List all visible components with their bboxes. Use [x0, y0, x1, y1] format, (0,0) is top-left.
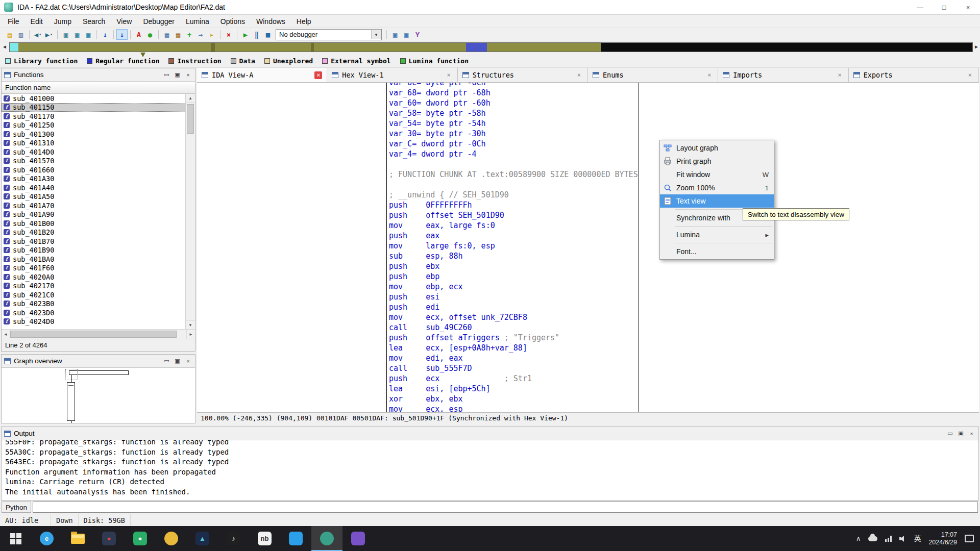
graph-overview-canvas[interactable]: [2, 368, 195, 423]
menu-item-search[interactable]: Search: [77, 15, 111, 28]
context-menu-item-fit-window[interactable]: Fit windowW: [660, 168, 774, 181]
function-list-item[interactable]: fsub_401570: [2, 157, 185, 166]
function-list-item[interactable]: fsub_401B90: [2, 246, 185, 255]
rename-icon[interactable]: A: [133, 29, 144, 40]
jump-segment-icon[interactable]: ▣: [83, 29, 94, 40]
forward-icon[interactable]: ▶▾: [43, 29, 55, 40]
function-list-item[interactable]: fsub_401A70: [2, 201, 185, 210]
taskbar-clock[interactable]: 17:07 2024/6/29: [928, 531, 957, 546]
panel-float-button[interactable]: ▣: [173, 357, 182, 365]
taskbar-app-explorer[interactable]: [62, 526, 93, 551]
jump-name-icon[interactable]: ▣: [71, 29, 83, 40]
tab-imports[interactable]: Imports×: [718, 68, 848, 82]
output-log[interactable]: 555F0F: propagate_stkargs: function is a…: [2, 440, 978, 500]
graph-overview-viewport-rect[interactable]: [65, 369, 78, 380]
taskbar-app-music-app[interactable]: ♪: [218, 526, 249, 551]
tab-close-icon[interactable]: ×: [314, 71, 322, 79]
open-file-icon[interactable]: ▤: [4, 29, 15, 40]
menu-item-debugger[interactable]: Debugger: [137, 15, 180, 28]
menu-item-view[interactable]: View: [111, 15, 137, 28]
function-list-item[interactable]: fsub_401250: [2, 121, 185, 130]
vertical-scrollbar-thumb[interactable]: [187, 104, 194, 134]
function-list-item[interactable]: fsub_401A90: [2, 210, 185, 219]
tray-chevron-icon[interactable]: ∧: [856, 535, 861, 542]
module-icon[interactable]: ▣: [401, 29, 412, 40]
function-list-item[interactable]: fsub_401BA0: [2, 255, 185, 264]
python-input[interactable]: [33, 502, 978, 513]
panel-dock-button[interactable]: ▭: [162, 71, 171, 79]
tab-structures[interactable]: Structures×: [458, 68, 588, 82]
menu-item-lumina[interactable]: Lumina: [180, 15, 215, 28]
run-icon[interactable]: ▶: [240, 29, 251, 40]
tab-close-icon[interactable]: ×: [445, 71, 453, 79]
action-center-icon[interactable]: [965, 535, 974, 542]
network-icon[interactable]: [885, 536, 892, 542]
navband-right-arrow-icon[interactable]: ►: [974, 44, 979, 49]
tab-close-icon[interactable]: ×: [575, 71, 583, 79]
disassembly-text[interactable]: var_6C= byte ptr -6Chvar_68= dword ptr -…: [389, 83, 638, 412]
tab-close-icon[interactable]: ×: [966, 71, 974, 79]
panel-close-button[interactable]: ×: [967, 430, 976, 437]
combobox-dropdown-icon[interactable]: ▾: [371, 30, 381, 39]
debugger-combobox[interactable]: No debugger▾: [276, 29, 382, 40]
breakpoint-icon[interactable]: Y: [412, 29, 423, 40]
function-list-item[interactable]: fsub_401B20: [2, 228, 185, 237]
function-list-item[interactable]: fsub_4023D0: [2, 308, 185, 317]
volume-icon[interactable]: [899, 536, 906, 542]
taskbar-app-ida[interactable]: [311, 526, 342, 551]
function-list-item[interactable]: fsub_401170: [2, 112, 185, 121]
function-list-item[interactable]: fsub_401A40: [2, 183, 185, 192]
menu-item-edit[interactable]: Edit: [25, 15, 48, 28]
save-icon[interactable]: ▥: [15, 29, 27, 40]
close-button[interactable]: ×: [956, 0, 980, 14]
stop-icon[interactable]: ■: [262, 29, 274, 40]
functions-panel-titlebar[interactable]: Functions ▭▣×: [2, 68, 195, 82]
add-icon[interactable]: +: [184, 29, 195, 40]
tab-exports[interactable]: Exports×: [849, 68, 979, 82]
menu-item-jump[interactable]: Jump: [48, 15, 77, 28]
taskbar-app-wechat[interactable]: ●: [125, 526, 156, 551]
navigation-band[interactable]: [9, 42, 973, 52]
taskbar-app-nb-app[interactable]: nb: [249, 526, 280, 551]
function-list-item[interactable]: fsub_401310: [2, 139, 185, 148]
menu-item-file[interactable]: File: [2, 15, 25, 28]
function-list-item[interactable]: fsub_4014D0: [2, 147, 185, 157]
taskbar-app-netdisk[interactable]: ●: [93, 526, 125, 551]
function-list-item[interactable]: fsub_4024D0: [2, 317, 185, 327]
function-list-item[interactable]: fsub_401B00: [2, 219, 185, 228]
function-list-item[interactable]: fsub_401B70: [2, 237, 185, 246]
scroll-right-arrow-icon[interactable]: ►: [186, 330, 195, 339]
jump-address-icon[interactable]: ▣: [60, 29, 71, 40]
tab-ida-view-a[interactable]: IDA View-A×: [197, 68, 327, 82]
context-menu-item-font-[interactable]: Font...: [660, 245, 774, 258]
function-list-item[interactable]: fsub_4020A0: [2, 272, 185, 282]
taskbar-app-start[interactable]: [0, 526, 31, 551]
function-list-item[interactable]: fsub_401000: [2, 94, 185, 103]
nav-down-icon[interactable]: ↓: [100, 29, 111, 40]
taskbar-app-media-app[interactable]: [156, 526, 187, 551]
context-menu-item-zoom-100-[interactable]: Zoom 100%1: [660, 181, 774, 194]
menu-item-windows[interactable]: Windows: [251, 15, 291, 28]
function-list-item[interactable]: fsub_4023B0: [2, 299, 185, 309]
panel-float-button[interactable]: ▣: [173, 71, 182, 79]
cancel-icon[interactable]: ×: [223, 29, 234, 40]
graph-overview-titlebar[interactable]: Graph overview ▭▣×: [2, 355, 195, 368]
ime-indicator[interactable]: 英: [914, 534, 921, 543]
function-list-item[interactable]: fsub_4021C0: [2, 290, 185, 299]
function-list-item[interactable]: fsub_402170: [2, 282, 185, 291]
function-list-item[interactable]: fsub_401F60: [2, 264, 185, 273]
scroll-down-arrow-icon[interactable]: ▼: [186, 320, 195, 329]
taskbar-app-vscode[interactable]: [280, 526, 311, 551]
navband-left-arrow-icon[interactable]: ◄: [2, 44, 7, 49]
flag-icon[interactable]: ▸: [206, 29, 217, 40]
ida-view-canvas[interactable]: var_6C= byte ptr -6Chvar_68= dword ptr -…: [197, 83, 979, 412]
back-icon[interactable]: ◀▾: [32, 29, 43, 40]
xref-icon[interactable]: →: [195, 29, 206, 40]
tab-close-icon[interactable]: ×: [836, 71, 844, 79]
panel-dock-button[interactable]: ▭: [162, 357, 171, 365]
context-menu-item-layout-graph[interactable]: Layout graph: [660, 141, 774, 155]
function-name-column-header[interactable]: Function name: [2, 82, 195, 94]
horizontal-scrollbar-thumb[interactable]: [10, 331, 177, 338]
attach-icon[interactable]: ▣: [389, 29, 401, 40]
menu-item-options[interactable]: Options: [215, 15, 251, 28]
